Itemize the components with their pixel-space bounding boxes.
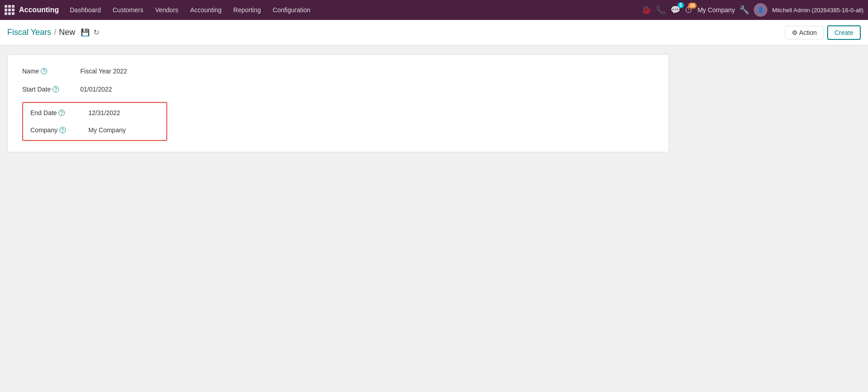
company-label: Company ?: [30, 126, 85, 134]
breadcrumb-bar: Fiscal Years / New 💾 ↻ ⚙ Action Create: [0, 20, 868, 45]
end-date-label: End Date ?: [30, 109, 85, 116]
name-value[interactable]: Fiscal Year 2022: [77, 66, 131, 77]
nav-configuration[interactable]: Configuration: [267, 4, 316, 16]
company-row: Company ? My Company: [30, 125, 159, 136]
end-date-help-icon[interactable]: ?: [58, 110, 65, 116]
topbar-right: ⚙ Action Create: [785, 25, 861, 40]
bug-icon[interactable]: 🐞: [641, 5, 651, 15]
form-card: Name ? Fiscal Year 2022 Start Date ? 01/…: [7, 54, 669, 152]
apps-grid-icon[interactable]: [5, 5, 15, 15]
breadcrumb-current: New: [59, 28, 75, 37]
breadcrumb: Fiscal Years / New: [7, 28, 75, 37]
phone-icon[interactable]: 📞: [656, 5, 666, 15]
create-button[interactable]: Create: [827, 25, 861, 40]
nav-dashboard[interactable]: Dashboard: [64, 4, 107, 16]
save-icon[interactable]: 💾: [81, 28, 90, 37]
breadcrumb-actions: 💾 ↻: [81, 28, 99, 37]
start-date-help-icon[interactable]: ?: [53, 86, 59, 92]
start-date-row: Start Date ? 01/01/2022: [22, 84, 654, 95]
username-label[interactable]: Mitchell Admin (20264385-16-0-all): [772, 7, 863, 14]
avatar[interactable]: 👤: [754, 3, 767, 17]
start-date-value[interactable]: 01/01/2022: [77, 84, 116, 95]
settings-wrench-icon[interactable]: 🔧: [739, 5, 749, 15]
clock-badge: 38: [688, 3, 697, 9]
breadcrumb-parent[interactable]: Fiscal Years: [7, 28, 51, 37]
nav-accounting[interactable]: Accounting: [185, 4, 227, 16]
top-navigation: Accounting Dashboard Customers Vendors A…: [0, 0, 868, 20]
app-brand[interactable]: Accounting: [19, 6, 59, 14]
nav-reporting[interactable]: Reporting: [228, 4, 267, 16]
company-value[interactable]: My Company: [85, 125, 129, 136]
name-help-icon[interactable]: ?: [41, 68, 47, 74]
action-button[interactable]: ⚙ Action: [785, 26, 824, 39]
end-date-value[interactable]: 12/31/2022: [85, 107, 124, 118]
nav-menu: Dashboard Customers Vendors Accounting R…: [64, 4, 640, 16]
messages-badge-wrap[interactable]: 💬 5: [670, 5, 680, 15]
nav-vendors[interactable]: Vendors: [150, 4, 184, 16]
messages-badge: 5: [678, 2, 684, 8]
nav-customers[interactable]: Customers: [107, 4, 149, 16]
undo-icon[interactable]: ↻: [93, 28, 99, 37]
name-label: Name ?: [22, 68, 77, 75]
end-date-row: End Date ? 12/31/2022: [30, 107, 159, 118]
topnav-right-area: 🐞 📞 💬 5 ⏱ 38 My Company 🔧 👤 Mitchell Adm…: [641, 3, 863, 17]
clock-badge-wrap[interactable]: ⏱ 38: [685, 5, 693, 15]
start-date-label: Start Date ?: [22, 86, 77, 93]
breadcrumb-separator: /: [54, 28, 56, 37]
highlighted-section: End Date ? 12/31/2022 Company ? My Compa…: [22, 102, 654, 141]
name-row: Name ? Fiscal Year 2022: [22, 66, 654, 77]
main-content: Name ? Fiscal Year 2022 Start Date ? 01/…: [0, 45, 868, 161]
company-selector[interactable]: My Company: [698, 6, 735, 14]
company-help-icon[interactable]: ?: [59, 127, 66, 133]
